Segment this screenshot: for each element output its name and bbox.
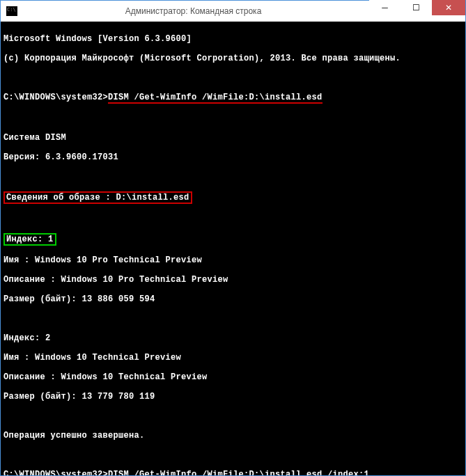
titlebar[interactable]: Администратор: Командная строка ─ ☐ ✕ bbox=[1, 1, 465, 22]
command-line: C:\WINDOWS\system32>DISM /Get-WimInfo /W… bbox=[3, 93, 463, 104]
output-line: Размер (байт): 13 886 059 594 bbox=[3, 294, 463, 304]
output-line: Microsoft Windows [Version 6.3.9600] bbox=[3, 34, 463, 44]
output-line: Размер (байт): 13 779 780 119 bbox=[3, 392, 463, 402]
output-line: Операция успешно завершена. bbox=[3, 431, 463, 441]
output-line: Версия: 6.3.9600.17031 bbox=[3, 152, 463, 162]
close-button[interactable]: ✕ bbox=[432, 0, 465, 15]
cmd-icon bbox=[6, 6, 17, 16]
command-line: C:\WINDOWS\system32>DISM /Get-WimInfo /W… bbox=[3, 470, 463, 475]
output-line: Имя : Windows 10 Pro Technical Preview bbox=[3, 255, 463, 265]
output-line bbox=[3, 214, 463, 223]
window-title: Администратор: Командная строка bbox=[17, 6, 369, 16]
minimize-button[interactable]: ─ bbox=[369, 0, 401, 15]
output-line: Индекс: 1 bbox=[3, 233, 463, 246]
window-controls: ─ ☐ ✕ bbox=[369, 1, 465, 22]
output-line: (c) Корпорация Майкрософт (Microsoft Cor… bbox=[3, 54, 463, 63]
output-line bbox=[3, 172, 463, 182]
output-line: Система DISM bbox=[3, 133, 463, 143]
prompt-path: C:\WINDOWS\system32> bbox=[3, 470, 108, 475]
terminal-content[interactable]: Microsoft Windows [Version 6.3.9600] (c)… bbox=[1, 22, 465, 475]
info-header-boxed: Сведения об образе : D:\install.esd bbox=[3, 191, 192, 204]
index-boxed: Индекс: 1 bbox=[3, 233, 56, 246]
output-line: Имя : Windows 10 Technical Preview bbox=[3, 353, 463, 363]
output-line bbox=[3, 113, 463, 123]
output-line: Описание : Windows 10 Pro Technical Prev… bbox=[3, 275, 463, 285]
output-line bbox=[3, 450, 463, 460]
command-highlighted: DISM /Get-WimInfo /WimFile:D:\install.es… bbox=[108, 470, 369, 475]
cmd-window: Администратор: Командная строка ─ ☐ ✕ Mi… bbox=[0, 0, 466, 476]
output-line bbox=[3, 314, 463, 324]
output-line: Индекс: 2 bbox=[3, 333, 463, 343]
maximize-button[interactable]: ☐ bbox=[401, 0, 432, 15]
prompt-path: C:\WINDOWS\system32> bbox=[3, 93, 108, 102]
output-line: Описание : Windows 10 Technical Preview bbox=[3, 372, 463, 382]
command-highlighted: DISM /Get-WimInfo /WimFile:D:\install.es… bbox=[108, 93, 323, 104]
output-line bbox=[3, 411, 463, 421]
output-line bbox=[3, 73, 463, 83]
output-line: Сведения об образе : D:\install.esd bbox=[3, 191, 463, 204]
